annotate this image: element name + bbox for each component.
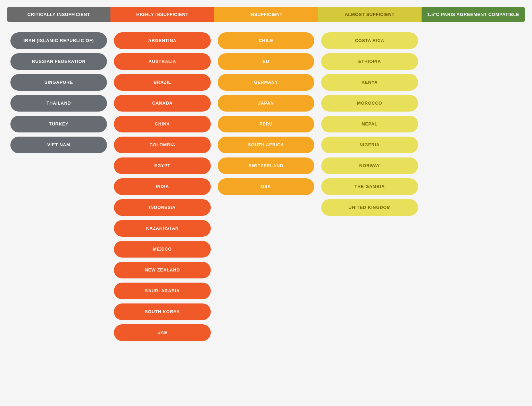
- country-pill[interactable]: RUSSIAN FEDERATION: [10, 53, 107, 70]
- header-paris-label: 1.5°C PARIS AGREEMENT COMPATIBLE: [427, 12, 519, 17]
- header-insufficient-label: INSUFFICIENT: [249, 12, 283, 17]
- country-pill[interactable]: IRAN (ISLAMIC REPUBLIC OF): [10, 32, 107, 49]
- country-pill[interactable]: MEXICO: [114, 241, 210, 258]
- country-pill[interactable]: INDONESIA: [114, 199, 210, 216]
- country-pill[interactable]: NEW ZEALAND: [114, 262, 210, 278]
- country-pill[interactable]: ETHIOPIA: [321, 53, 418, 70]
- country-pill[interactable]: SAUDI ARABIA: [114, 283, 210, 299]
- country-pill[interactable]: SWITZERLAND: [218, 157, 314, 174]
- country-pill[interactable]: GERMANY: [218, 74, 314, 91]
- header-almost-label: ALMOST SUFFICIENT: [345, 12, 395, 17]
- header-paris: 1.5°C PARIS AGREEMENT COMPATIBLE: [422, 7, 525, 22]
- country-pill[interactable]: INDIA: [114, 178, 210, 195]
- country-pill[interactable]: EGYPT: [114, 157, 210, 174]
- header-row: CRITICALLY INSUFFICIENT HIGHLY INSUFFICI…: [7, 7, 525, 22]
- column-critically: IRAN (ISLAMIC REPUBLIC OF)RUSSIAN FEDERA…: [7, 32, 110, 153]
- country-pill[interactable]: COLOMBIA: [114, 137, 210, 153]
- country-pill[interactable]: KENYA: [321, 74, 418, 91]
- header-critically: CRITICALLY INSUFFICIENT: [7, 7, 110, 22]
- header-insufficient: INSUFFICIENT: [214, 7, 318, 22]
- country-pill[interactable]: KAZAKHSTAN: [114, 220, 210, 237]
- country-pill[interactable]: NEPAL: [321, 116, 418, 132]
- country-pill[interactable]: MOROCCO: [321, 95, 418, 112]
- country-pill[interactable]: EU: [218, 53, 314, 70]
- column-highly: ARGENTINAAUSTRALIABRAZILCANADACHINACOLOM…: [110, 32, 214, 341]
- country-pill[interactable]: SINGAPORE: [10, 74, 107, 91]
- columns-row: IRAN (ISLAMIC REPUBLIC OF)RUSSIAN FEDERA…: [7, 32, 525, 341]
- column-almost: COSTA RICAETHIOPIAKENYAMOROCCONEPALNIGER…: [318, 32, 421, 216]
- column-insufficient: CHILEEUGERMANYJAPANPERUSOUTH AFRICASWITZ…: [214, 32, 318, 195]
- country-pill[interactable]: UNITED KINGDOM: [321, 199, 418, 216]
- country-pill[interactable]: BRAZIL: [114, 74, 210, 91]
- country-pill[interactable]: CANADA: [114, 95, 210, 112]
- country-pill[interactable]: THE GAMBIA: [321, 178, 418, 195]
- country-pill[interactable]: UAE: [114, 324, 210, 341]
- header-highly-label: HIGHLY INSUFFICIENT: [136, 12, 188, 17]
- header-critically-label: CRITICALLY INSUFFICIENT: [27, 12, 90, 17]
- country-pill[interactable]: VIET NAM: [10, 137, 107, 153]
- country-pill[interactable]: THAILAND: [10, 95, 107, 112]
- country-pill[interactable]: CHILE: [218, 32, 314, 49]
- country-pill[interactable]: PERU: [218, 116, 314, 132]
- country-pill[interactable]: JAPAN: [218, 95, 314, 112]
- country-pill[interactable]: ARGENTINA: [114, 32, 210, 49]
- country-pill[interactable]: COSTA RICA: [321, 32, 418, 49]
- country-pill[interactable]: USA: [218, 178, 314, 195]
- header-almost: ALMOST SUFFICIENT: [318, 7, 421, 22]
- country-pill[interactable]: AUSTRALIA: [114, 53, 210, 70]
- country-pill[interactable]: NORWAY: [321, 157, 418, 174]
- country-pill[interactable]: CHINA: [114, 116, 210, 132]
- country-pill[interactable]: TURKEY: [10, 116, 107, 132]
- country-pill[interactable]: NIGERIA: [321, 137, 418, 153]
- country-pill[interactable]: SOUTH KOREA: [114, 303, 210, 320]
- header-highly: HIGHLY INSUFFICIENT: [110, 7, 214, 22]
- country-pill[interactable]: SOUTH AFRICA: [218, 137, 314, 153]
